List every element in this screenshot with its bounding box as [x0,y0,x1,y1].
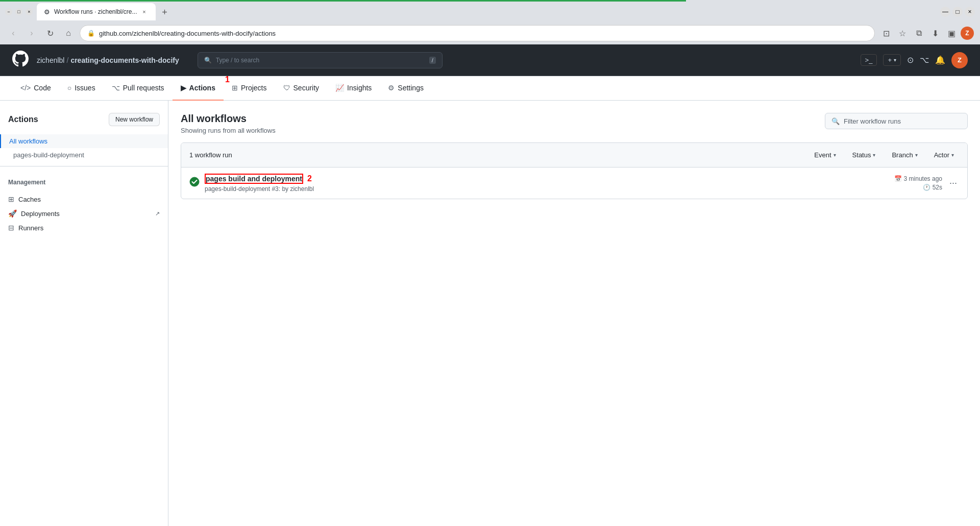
main-title: All workflows [181,113,276,125]
browser-titlebar: − □ × ⚙ Workflow runs · zichenlbl/cre...… [0,2,980,22]
filter-workflow-runs-input[interactable]: 🔍 Filter workflow runs [825,113,968,129]
nav-item-insights[interactable]: 📈 Insights [327,76,380,101]
runners-icon: ⊟ [8,224,14,232]
search-container: 🔍 Type / to search / [198,52,443,68]
address-text: github.com/zichenlbl/creating-documents-… [99,30,867,37]
caches-icon: ⊞ [8,195,14,203]
home-button[interactable]: ⌂ [61,26,76,40]
annotation-box-2: pages build and deployment [205,174,303,184]
browser-addressbar: ‹ › ↻ ⌂ 🔒 github.com/zichenlbl/creating-… [0,22,980,44]
external-link-icon: ↗ [155,210,160,217]
browser-actions: ⊡ ☆ ⧉ ⬇ ▣ Z [879,26,974,40]
sidebar-item-caches[interactable]: ⊞ Caches [0,192,168,206]
breadcrumb-separator: / [66,56,68,64]
nav-item-projects[interactable]: ⊞ Projects [224,76,275,101]
tab-title: Workflow runs · zichenlbl/cre... [54,8,137,15]
window-close-button[interactable]: × [965,7,975,17]
nav-label-insights: Insights [347,84,372,92]
plus-arrow: ▾ [894,57,896,63]
back-button[interactable]: ‹ [6,26,20,40]
reload-button[interactable]: ↻ [43,26,57,40]
sidebar-browser-button[interactable]: ▣ [944,26,959,40]
runs-filters: Event ▾ Status ▾ Branch ▾ [809,149,959,161]
run-time-ago: 3 minutes ago [904,175,942,182]
event-filter-button[interactable]: Event ▾ [809,149,841,161]
run-more-button[interactable]: ··· [947,176,959,190]
user-avatar[interactable]: Z [951,52,968,68]
management-section-title: Management [8,179,160,186]
sidebar-item-pages-build-deployment[interactable]: pages-build-deployment [0,148,168,162]
new-tab-button[interactable]: + [158,5,172,19]
search-input[interactable]: 🔍 Type / to search / [198,52,443,68]
breadcrumb-repo[interactable]: creating-documents-with-docify [70,56,179,64]
run-meta: pages-build-deployment #3: by zichenlbl [205,185,889,193]
issues-nav-icon: ○ [67,84,71,92]
annotation-1: 1 [225,75,230,84]
window-minimize-button[interactable]: — [940,7,950,17]
header-actions: >_ + ▾ ⊙ ⌥ 🔔 Z [861,52,968,68]
breadcrumb: zichenlbl / creating-documents-with-doci… [37,56,179,64]
status-filter-arrow: ▾ [873,152,875,158]
sidebar-title: Actions [8,115,38,124]
bookmark-button[interactable]: ☆ [895,26,910,40]
terminal-icon: >_ [865,56,873,64]
pr-icon: ⌥ [920,55,929,65]
page-layout: Actions New workflow All workflows pages… [0,101,980,526]
nav-item-actions[interactable]: ▶ Actions 1 [173,76,224,101]
github-header: zichenlbl / creating-documents-with-doci… [0,44,980,76]
download-button[interactable]: ⬇ [928,26,942,40]
pull-requests-button[interactable]: ⌥ [920,55,929,65]
nav-label-projects: Projects [241,84,267,92]
minimize-button[interactable]: − [5,8,12,15]
plus-button[interactable]: + ▾ [883,54,901,66]
breadcrumb-owner[interactable]: zichenlbl [37,56,64,64]
nav-item-settings[interactable]: ⚙ Settings [380,76,432,101]
sidebar-divider [0,166,168,166]
issues-button[interactable]: ⊙ [907,55,914,65]
close-button[interactable]: × [26,8,33,15]
security-nav-icon: 🛡 [283,84,290,92]
status-filter-button[interactable]: Status ▾ [847,149,881,161]
sidebar-item-runners[interactable]: ⊟ Runners [0,221,168,235]
calendar-icon: 📅 [894,175,902,182]
code-icon: </> [20,84,31,92]
browser-tab-active[interactable]: ⚙ Workflow runs · zichenlbl/cre... × [37,3,156,20]
caches-label: Caches [18,196,41,203]
new-workflow-button[interactable]: New workflow [109,113,160,126]
forward-button[interactable]: › [24,26,39,40]
nav-item-issues[interactable]: ○ Issues [59,76,104,101]
branch-filter-label: Branch [892,151,913,159]
nav-item-security[interactable]: 🛡 Security [275,76,328,101]
tab-close-button[interactable]: × [140,8,149,16]
address-bar[interactable]: 🔒 github.com/zichenlbl/creating-document… [80,25,875,41]
browser-user-avatar[interactable]: Z [961,27,974,40]
search-placeholder: Type / to search [216,57,259,64]
sidebar-item-all-workflows[interactable]: All workflows [0,134,168,148]
run-name-link[interactable]: pages build and deployment [206,175,302,183]
window-maximize-button[interactable]: □ [952,7,963,17]
screenshare-button[interactable]: ⊡ [879,26,893,40]
notification-icon: 🔔 [935,55,945,65]
deployments-icon: 🚀 [8,209,17,218]
run-time-info: 📅 3 minutes ago 🕐 52s [894,175,942,191]
svg-point-0 [190,177,199,186]
main-header-left: All workflows Showing runs from all work… [181,113,276,134]
github-logo [12,51,29,70]
branch-filter-button[interactable]: Branch ▾ [887,149,922,161]
nav-label-actions: Actions [189,84,215,92]
extensions-button[interactable]: ⧉ [912,26,926,40]
nav-label-security: Security [293,84,320,92]
sidebar-item-deployments[interactable]: 🚀 Deployments ↗ [0,206,168,221]
main-subtitle: Showing runs from all workflows [181,127,276,134]
browser-chrome: − □ × ⚙ Workflow runs · zichenlbl/cre...… [0,0,980,526]
terminal-button[interactable]: >_ [861,54,877,66]
actor-filter-button[interactable]: Actor ▾ [929,149,959,161]
clock-icon: 🕐 [923,184,930,191]
maximize-button[interactable]: □ [15,8,22,15]
secure-icon: 🔒 [87,30,95,37]
notification-button[interactable]: 🔔 [935,55,945,65]
main-header: All workflows Showing runs from all work… [181,113,968,134]
nav-item-code[interactable]: </> Code [12,76,59,101]
workflow-runs-table: 1 workflow run Event ▾ Status ▾ [181,142,968,199]
nav-item-pull-requests[interactable]: ⌥ Pull requests [104,76,173,101]
